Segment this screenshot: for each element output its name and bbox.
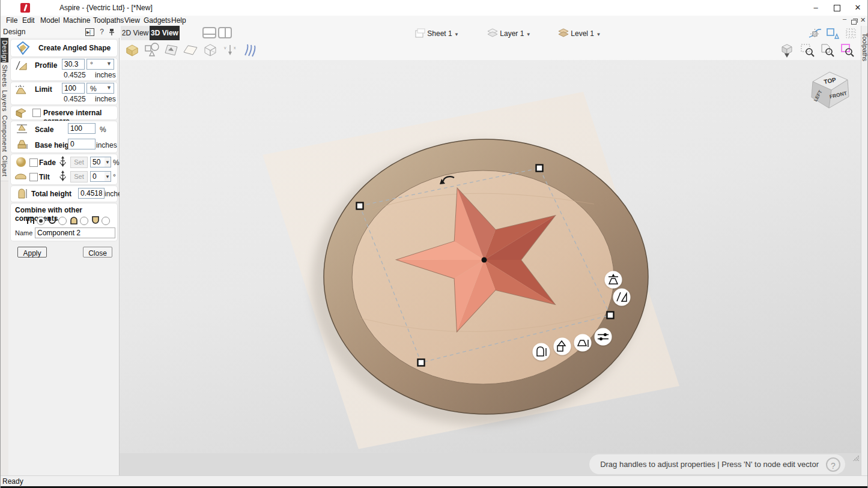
wireframe-box-tool-icon[interactable]: [202, 42, 219, 58]
axes-tool-icon[interactable]: v x: [222, 42, 238, 58]
tilt-set-button[interactable]: Set: [70, 171, 88, 182]
corner-handle[interactable]: [536, 165, 543, 172]
doc-restore-button[interactable]: [851, 18, 857, 25]
menu-help[interactable]: Help: [171, 16, 186, 25]
scale-handle[interactable]: [554, 338, 571, 355]
tab-design[interactable]: Design: [1, 38, 8, 65]
svg-text:v: v: [224, 46, 226, 50]
create-plane-tool-icon[interactable]: [182, 42, 199, 58]
combine-merge-high-radio[interactable]: [80, 217, 88, 225]
limit-height-handle[interactable]: [605, 271, 622, 289]
snap-nodes-icon[interactable]: [809, 28, 822, 40]
split-vertical-icon[interactable]: [218, 27, 232, 38]
properties-handle[interactable]: [595, 328, 612, 346]
tilt-anchor-icon[interactable]: [59, 170, 67, 181]
design-panel-title: Design: [3, 28, 25, 36]
fade-input[interactable]: [90, 157, 106, 167]
hint-text: Drag handles to adjust properties | Pres…: [600, 460, 819, 469]
fade-checkbox[interactable]: [29, 158, 38, 167]
snap-grid-icon[interactable]: [845, 28, 858, 40]
level-selector[interactable]: Level 1 ▼: [558, 28, 601, 38]
3d-scene: [120, 60, 861, 453]
menu-toolpaths[interactable]: Toolpaths: [93, 16, 124, 25]
tab-3d-view[interactable]: 3D View: [150, 26, 180, 40]
corner-handle[interactable]: [418, 360, 425, 366]
menu-file[interactable]: File: [6, 16, 17, 25]
menu-gadgets[interactable]: Gadgets: [144, 16, 171, 25]
form-title: Create Angled Shape: [38, 44, 111, 52]
window-title: Aspire - {Vectric Ltd} - [*New]: [59, 4, 153, 12]
total-height-label: Total height: [31, 190, 71, 198]
menu-edit[interactable]: Edit: [22, 16, 35, 25]
menu-machine[interactable]: Machine: [63, 16, 90, 25]
tab-2d-view[interactable]: 2D View: [121, 26, 150, 40]
snap-geometry-icon[interactable]: [826, 28, 839, 40]
tab-layers[interactable]: Layers: [1, 88, 8, 115]
combine-merge-low-radio[interactable]: [102, 217, 110, 225]
tilt-checkbox[interactable]: [29, 173, 38, 181]
combine-add-icon: [26, 216, 35, 224]
scale-input[interactable]: [68, 123, 96, 134]
doc-close-button[interactable]: ✕: [860, 16, 866, 24]
create-shape-tool-icon[interactable]: [124, 42, 141, 58]
resize-grip[interactable]: [853, 455, 859, 461]
tab-sheets[interactable]: Sheets: [1, 62, 8, 89]
material-block-icon[interactable]: [778, 42, 795, 58]
menu-model[interactable]: Model: [40, 16, 60, 25]
base-height-input[interactable]: [68, 139, 96, 149]
3d-view-canvas[interactable]: TOP LEFT FRONT: [120, 60, 861, 453]
apply-button[interactable]: Apply: [17, 247, 47, 258]
fade-spinner[interactable]: ▼: [105, 157, 111, 167]
fade-set-button[interactable]: Set: [70, 157, 88, 168]
combine-subtract-radio[interactable]: [58, 217, 67, 225]
zoom-selection-icon[interactable]: [800, 42, 816, 58]
close-form-button[interactable]: Close: [83, 247, 112, 258]
limit-unit-select[interactable]: % ▼: [86, 83, 114, 94]
doc-minimize-button[interactable]: –: [843, 15, 846, 22]
profile-label: Profile: [35, 61, 57, 70]
import-component-tool-icon[interactable]: [163, 42, 180, 58]
fade-anchor-icon[interactable]: [59, 156, 67, 167]
autohide-icon[interactable]: ▶▏: [85, 28, 94, 36]
total-height-input[interactable]: [78, 188, 105, 199]
tilt-spinner[interactable]: ▼: [105, 171, 111, 182]
corner-handle[interactable]: [357, 203, 363, 209]
component-name-input[interactable]: [35, 227, 115, 238]
sheet-icon: [415, 28, 425, 38]
help-icon[interactable]: ?: [100, 28, 104, 36]
preserve-checkbox[interactable]: [32, 109, 41, 117]
limit-input[interactable]: [62, 83, 85, 94]
zoom-window-icon[interactable]: [839, 42, 856, 58]
maximize-button[interactable]: [827, 0, 847, 16]
combine-card: Combine with other components... Name: [11, 203, 117, 241]
total-height-handle[interactable]: [533, 343, 550, 361]
base-height-handle[interactable]: [574, 334, 592, 352]
tab-clipart[interactable]: Clipart: [1, 152, 8, 181]
sheet-selector[interactable]: Sheet 1 ▼: [415, 28, 459, 38]
corner-handle[interactable]: [607, 312, 614, 319]
profile-input[interactable]: [62, 59, 85, 70]
tab-toolpaths[interactable]: Toolpaths: [861, 31, 868, 64]
level-icon: [558, 28, 569, 38]
center-handle[interactable]: [482, 258, 487, 263]
texture-tool-icon[interactable]: [241, 42, 258, 58]
layer-selector[interactable]: Layer 1 ▼: [487, 28, 531, 38]
menu-view[interactable]: View: [124, 16, 140, 25]
profile-angle-handle[interactable]: [613, 289, 631, 306]
base-height-unit: inches: [96, 141, 117, 149]
profile-unit-select[interactable]: ° ▼: [86, 59, 114, 70]
name-label: Name: [15, 229, 32, 236]
chevron-down-icon: ▼: [106, 85, 112, 91]
create-from-vectors-tool-icon[interactable]: [144, 42, 160, 58]
pin-icon[interactable]: [109, 28, 115, 36]
tilt-input[interactable]: [90, 171, 106, 182]
svg-text:x: x: [234, 46, 236, 50]
view-cube[interactable]: TOP LEFT FRONT: [804, 64, 856, 114]
tab-components[interactable]: Components: [1, 113, 8, 154]
hint-help-button[interactable]: ?: [826, 457, 840, 472]
minimize-button[interactable]: –: [806, 0, 826, 16]
split-horizontal-icon[interactable]: [202, 27, 216, 38]
combine-add-radio[interactable]: [37, 217, 45, 225]
close-button[interactable]: ✕: [848, 0, 868, 16]
zoom-page-icon[interactable]: [819, 42, 836, 58]
